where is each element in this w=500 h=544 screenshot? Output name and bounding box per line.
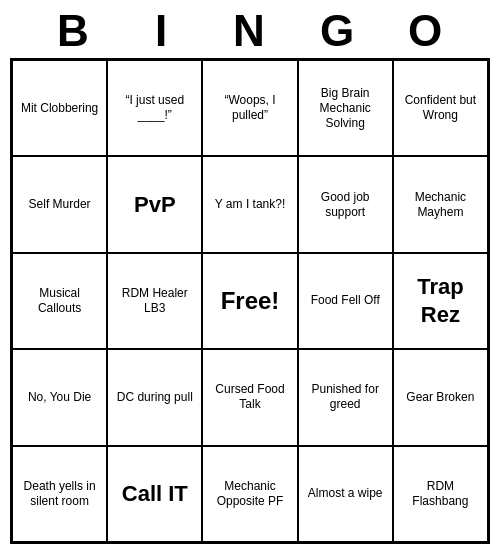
bingo-cell-21[interactable]: Call IT [107, 446, 202, 542]
bingo-cell-20[interactable]: Death yells in silent room [12, 446, 107, 542]
bingo-letter-o: O [382, 6, 470, 56]
bingo-letter-n: N [206, 6, 294, 56]
bingo-cell-7[interactable]: Y am I tank?! [202, 156, 297, 252]
bingo-cell-19[interactable]: Gear Broken [393, 349, 488, 445]
bingo-cell-11[interactable]: RDM Healer LB3 [107, 253, 202, 349]
bingo-cell-22[interactable]: Mechanic Opposite PF [202, 446, 297, 542]
bingo-cell-8[interactable]: Good job support [298, 156, 393, 252]
bingo-cell-17[interactable]: Cursed Food Talk [202, 349, 297, 445]
bingo-cell-12[interactable]: Free! [202, 253, 297, 349]
bingo-cell-4[interactable]: Confident but Wrong [393, 60, 488, 156]
bingo-cell-9[interactable]: Mechanic Mayhem [393, 156, 488, 252]
bingo-cell-3[interactable]: Big Brain Mechanic Solving [298, 60, 393, 156]
bingo-letter-g: G [294, 6, 382, 56]
bingo-cell-15[interactable]: No, You Die [12, 349, 107, 445]
bingo-cell-13[interactable]: Food Fell Off [298, 253, 393, 349]
bingo-cell-14[interactable]: Trap Rez [393, 253, 488, 349]
bingo-cell-5[interactable]: Self Murder [12, 156, 107, 252]
bingo-title: B I N G O [0, 0, 500, 58]
bingo-cell-0[interactable]: Mit Clobbering [12, 60, 107, 156]
bingo-letter-i: I [118, 6, 206, 56]
bingo-cell-6[interactable]: PvP [107, 156, 202, 252]
bingo-cell-1[interactable]: “I just used ____!” [107, 60, 202, 156]
bingo-cell-16[interactable]: DC during pull [107, 349, 202, 445]
bingo-cell-23[interactable]: Almost a wipe [298, 446, 393, 542]
bingo-grid: Mit Clobbering“I just used ____!”“Woops,… [10, 58, 490, 544]
bingo-cell-2[interactable]: “Woops, I pulled” [202, 60, 297, 156]
bingo-letter-b: B [30, 6, 118, 56]
bingo-cell-24[interactable]: RDM Flashbang [393, 446, 488, 542]
bingo-cell-10[interactable]: Musical Callouts [12, 253, 107, 349]
bingo-cell-18[interactable]: Punished for greed [298, 349, 393, 445]
